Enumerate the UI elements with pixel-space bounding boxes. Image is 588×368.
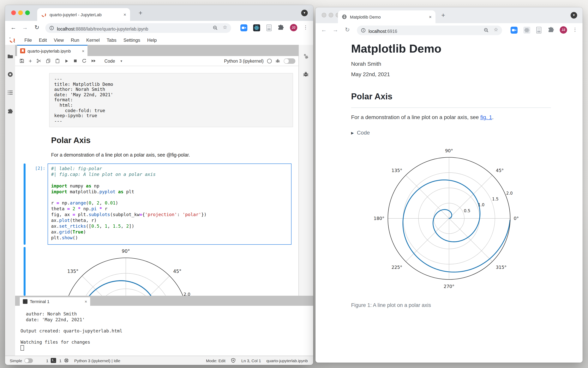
menu-item-edit[interactable]: Edit (35, 37, 50, 43)
react-devtools-extension-icon[interactable] (523, 27, 530, 34)
tab-close-icon[interactable]: × (124, 12, 126, 17)
cell-collapser[interactable] (24, 164, 26, 245)
browser-tab[interactable]: quarto-jupyterl - JupyterLab × (37, 8, 130, 21)
notebook-content[interactable]: ---title: Matplotlib Demoauthor: Norah S… (15, 66, 299, 296)
react-devtools-extension-icon[interactable] (253, 24, 260, 31)
bookmark-star-icon[interactable]: ☆ (223, 24, 227, 30)
running-kernels-icon[interactable] (7, 72, 13, 77)
tab-close-icon[interactable]: × (429, 14, 432, 19)
code-line: fig, ax = plt.subplots(subplot_kw={'proj… (51, 212, 291, 218)
yaml-raw-cell[interactable]: ---title: Matplotlib Demoauthor: Norah S… (49, 73, 293, 127)
kernel-status-text[interactable]: Python 3 (ipykernel) | Idle (74, 358, 120, 363)
back-icon[interactable]: ← (10, 24, 16, 30)
forward-icon[interactable]: → (333, 26, 338, 33)
url-text[interactable]: localhost:8888/lab/tree/quarto-jupyterla… (57, 25, 148, 32)
extensions-puzzle-icon[interactable] (548, 27, 554, 33)
terminals-icon[interactable]: $_ (51, 358, 56, 363)
cut-cell-icon[interactable] (36, 58, 41, 63)
restart-kernel-icon[interactable] (82, 58, 87, 63)
document-extension-icon[interactable] (266, 24, 272, 31)
code-line: import matplotlib.pyplot as plt (51, 189, 291, 195)
restart-run-all-icon[interactable] (91, 58, 96, 63)
browser-menu-icon[interactable]: ⋮ (572, 27, 578, 32)
menu-item-help[interactable]: Help (144, 37, 160, 43)
minimize-window-button[interactable] (329, 13, 333, 17)
extension-manager-icon[interactable] (7, 109, 13, 114)
document-extension-icon[interactable] (536, 27, 542, 34)
code-line (51, 177, 291, 183)
browser-menu-icon[interactable]: ⋮ (303, 24, 308, 30)
paste-cell-icon[interactable] (55, 58, 60, 63)
menu-item-settings[interactable]: Settings (120, 37, 144, 43)
zoom-app-extension-icon[interactable] (240, 24, 247, 31)
code-fold-toggle[interactable]: ▶Code (351, 129, 370, 136)
site-info-icon[interactable] (49, 26, 54, 30)
toolbar-toggle[interactable] (284, 58, 295, 64)
close-window-button[interactable] (11, 10, 16, 15)
reload-icon[interactable]: ↻ (34, 24, 39, 31)
code-cell[interactable]: #| label: fig-polar#| fig.cap: A line pl… (48, 164, 291, 245)
figure-caption: Figure 1: A line plot on a polar axis (351, 302, 431, 308)
zoom-app-extension-icon[interactable] (511, 27, 518, 34)
cursor-position[interactable]: Ln 3, Col 1 (241, 358, 261, 363)
bookmark-star-icon[interactable]: ☆ (494, 27, 498, 32)
simple-mode-toggle[interactable] (24, 358, 33, 363)
close-window-button[interactable] (322, 13, 326, 17)
section-heading: Polar Axis (351, 92, 393, 102)
copy-cell-icon[interactable] (46, 58, 51, 63)
zoom-out-icon[interactable] (212, 25, 218, 30)
notebook-tab-close-icon[interactable]: × (82, 48, 84, 53)
stop-kernel-icon[interactable] (73, 59, 77, 63)
terminal-tab[interactable]: $_ Terminal 1 × (20, 297, 90, 306)
table-of-contents-icon[interactable] (7, 90, 13, 95)
new-tab-button[interactable]: + (139, 9, 143, 17)
address-bar[interactable]: localhost:6916 ☆ (357, 26, 502, 35)
cell-type-dropdown[interactable]: Code (105, 59, 115, 63)
url-text[interactable]: localhost:6916 (368, 28, 397, 34)
code-line: ax.plot(theta, r) (51, 218, 291, 223)
site-info-icon[interactable] (361, 28, 366, 33)
minimize-window-button[interactable] (18, 10, 23, 15)
kernel-name-button[interactable]: Python 3 (ipykernel) (224, 59, 264, 63)
menu-item-file[interactable]: File (21, 37, 35, 43)
trust-shield-icon[interactable] (231, 358, 236, 363)
terminal-output[interactable]: author: Norah Smith date: 'May 22nd, 202… (15, 306, 313, 356)
browser-tabstrip: Matplotlib Demo × + ▾ (316, 7, 583, 23)
menu-item-kernel[interactable]: Kernel (83, 37, 103, 43)
add-cell-icon[interactable]: + (29, 58, 32, 64)
reload-icon[interactable]: ↻ (345, 26, 350, 33)
extensions-puzzle-icon[interactable] (278, 24, 284, 31)
figure-link[interactable]: fig. 1 (480, 114, 492, 120)
profile-avatar[interactable]: JJ (290, 24, 297, 31)
cell-type-caret-icon[interactable]: ▾ (121, 59, 122, 63)
page-date: May 22nd, 2021 (351, 71, 390, 77)
menu-item-run[interactable]: Run (67, 37, 83, 43)
toolbar-bug-icon[interactable] (275, 58, 280, 63)
run-cell-icon[interactable] (64, 59, 69, 63)
back-icon[interactable]: ← (321, 26, 327, 33)
profile-avatar[interactable]: JJ (560, 26, 567, 34)
maximize-window-button[interactable] (25, 10, 30, 15)
svg-text:90°: 90° (445, 148, 453, 153)
notebook-tab[interactable]: quarto-jupyterlab.ipynb × (17, 45, 87, 56)
file-browser-icon[interactable] (7, 53, 13, 59)
zoom-out-icon[interactable] (483, 28, 489, 33)
tab-search-icon[interactable]: ▾ (571, 12, 577, 18)
kernel-chip-icon[interactable] (64, 358, 69, 363)
new-tab-button[interactable]: + (441, 12, 445, 19)
browser-tab[interactable]: Matplotlib Demo × (338, 10, 435, 23)
forward-icon[interactable]: → (22, 24, 28, 30)
menu-item-view[interactable]: View (50, 37, 67, 43)
output-collapser[interactable] (24, 247, 26, 296)
kernel-status-icon[interactable] (267, 59, 272, 63)
terminal-tab-title: Terminal 1 (30, 299, 85, 304)
tab-search-icon[interactable]: ▾ (301, 10, 308, 16)
address-bar[interactable]: localhost:8888/lab/tree/quarto-jupyterla… (45, 23, 231, 33)
save-icon[interactable] (19, 58, 24, 63)
menu-item-tabs[interactable]: Tabs (103, 37, 120, 43)
debugger-bug-icon[interactable] (303, 71, 309, 77)
property-inspector-gears-icon[interactable] (303, 53, 309, 60)
code-line: theta = 2 * np.pi * r (51, 206, 291, 212)
svg-text:45°: 45° (496, 168, 504, 173)
terminal-tab-close-icon[interactable]: × (85, 299, 87, 304)
